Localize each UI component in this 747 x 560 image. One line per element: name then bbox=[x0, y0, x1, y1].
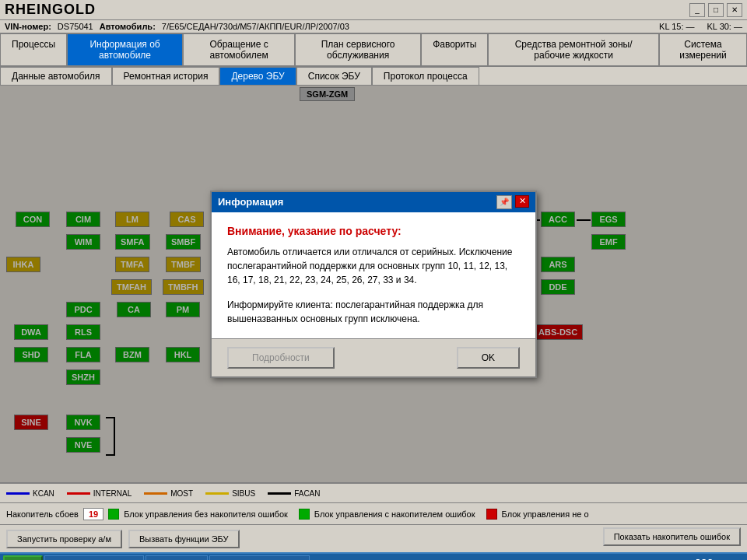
legend-facan: FACAN bbox=[268, 489, 320, 498]
taskbar-item-browser[interactable]: https://www.coca-col... bbox=[44, 555, 143, 560]
nav-tabs: Процессы Информация об автомобиле Обраще… bbox=[0, 33, 747, 67]
dialog-buttons: Подробности OK bbox=[212, 338, 535, 376]
tab-favorites[interactable]: Фавориты bbox=[421, 33, 488, 65]
top-bar: RHEINGOLD _ □ ✕ bbox=[0, 0, 747, 20]
facan-line bbox=[268, 492, 291, 495]
vin-label: VIN-номер: bbox=[5, 22, 51, 31]
taskbar-item-bitmap[interactable]: Точечный рисунок2.... bbox=[209, 555, 310, 560]
most-line bbox=[144, 492, 167, 495]
sub-tab-ecu-tree[interactable]: Дерево ЭБУ bbox=[219, 67, 296, 85]
legend-most: MOST bbox=[144, 489, 193, 498]
kl-status: KL 15: — KL 30: — bbox=[659, 22, 742, 31]
sub-tab-process-log[interactable]: Протокол процесса bbox=[372, 67, 479, 85]
car-model: 7/E65/СЕДАН/730d/M57/АКПП/EUR/ЛР/2007/03 bbox=[162, 22, 349, 31]
check-button[interactable]: Запустить проверку а/м bbox=[6, 530, 122, 548]
sub-tab-car-data[interactable]: Данные автомобиля bbox=[0, 67, 112, 85]
no-error-icon bbox=[108, 509, 119, 520]
dialog-pin-button[interactable]: 📌 bbox=[496, 195, 512, 209]
tab-repair-zone[interactable]: Средства ремонтной зоны/ рабочие жидкост… bbox=[488, 33, 659, 65]
sub-tabs: Данные автомобиля Ремонтная история Дере… bbox=[0, 67, 747, 86]
with-error-label: Блок управления с накопителем ошибок bbox=[314, 509, 475, 519]
minimize-button[interactable]: _ bbox=[689, 3, 705, 17]
bottom-buttons: Запустить проверку а/м Вызвать функции Э… bbox=[0, 524, 747, 552]
dialog-title: Информация bbox=[218, 196, 283, 208]
app-logo: RHEINGOLD bbox=[5, 2, 96, 18]
with-error-icon bbox=[299, 509, 310, 520]
warning-text-1: Автомобиль отличается или отличался от с… bbox=[227, 245, 520, 287]
maximize-button[interactable]: □ bbox=[708, 3, 724, 17]
sibus-label: SIBUS bbox=[232, 489, 255, 498]
bottom-legend: KCAN INTERNAL MOST SIBUS FACAN bbox=[0, 482, 747, 502]
status-bar: Накопитель сбоев 19 Блок управления без … bbox=[0, 502, 747, 524]
tab-measurements[interactable]: Система измерений bbox=[659, 33, 747, 65]
no-conn-icon bbox=[486, 509, 497, 520]
taskbar-item-ista[interactable]: ISTA bbox=[146, 555, 208, 560]
show-errors-button[interactable]: Показать накопитель ошибок bbox=[603, 527, 741, 546]
functions-button[interactable]: Вызвать функции ЭБУ bbox=[128, 530, 240, 548]
top-controls: _ □ ✕ bbox=[689, 3, 742, 17]
legend-internal: INTERNAL bbox=[67, 489, 132, 498]
tab-request[interactable]: Обращение с автомобилем bbox=[183, 33, 295, 65]
info-dialog: Информация 📌 ✕ Внимание, указание по рас… bbox=[210, 191, 537, 378]
vin-number: DS75041 bbox=[58, 22, 93, 31]
kcan-label: KCAN bbox=[33, 489, 54, 498]
no-error-label: Блок управления без накопителя ошибок bbox=[124, 509, 288, 519]
tab-processes[interactable]: Процессы bbox=[0, 33, 67, 65]
warning-title: Внимание, указание по расчету: bbox=[227, 225, 520, 237]
dialog-title-bar: Информация 📌 ✕ bbox=[212, 192, 535, 212]
ok-button[interactable]: OK bbox=[457, 347, 520, 369]
close-button[interactable]: ✕ bbox=[727, 3, 742, 17]
start-button[interactable]: Start bbox=[3, 555, 43, 560]
tab-service-plan[interactable]: План сервисного обслуживания bbox=[295, 33, 421, 65]
details-button[interactable]: Подробности bbox=[227, 347, 335, 369]
most-label: MOST bbox=[170, 489, 193, 498]
dialog-close-button[interactable]: ✕ bbox=[515, 195, 529, 208]
sibus-line bbox=[205, 492, 229, 495]
vin-bar: VIN-номер: DS75041 Автомобиль: 7/E65/СЕД… bbox=[0, 20, 747, 33]
dialog-overlay: Информация 📌 ✕ Внимание, указание по рас… bbox=[0, 86, 747, 482]
kl30-label: KL 30: — bbox=[707, 22, 742, 31]
error-count-label: Накопитель сбоев bbox=[6, 509, 79, 519]
dialog-content: Внимание, указание по расчету: Автомобил… bbox=[212, 212, 535, 338]
internal-label: INTERNAL bbox=[93, 489, 132, 498]
no-conn-label: Блок управления не о bbox=[502, 509, 589, 519]
kl15-label: KL 15: — bbox=[659, 22, 694, 31]
internal-line bbox=[67, 492, 90, 495]
sub-tab-ecu-list[interactable]: Список ЭБУ bbox=[296, 67, 372, 85]
main-content: SGM-ZGM CON CIM LM CAS WIM SMFA SMBF IHK… bbox=[0, 86, 747, 482]
sub-tab-repair-history[interactable]: Ремонтная история bbox=[112, 67, 220, 85]
taskbar: Start https://www.coca-col... ISTA Точеч… bbox=[0, 552, 747, 560]
kcan-line bbox=[6, 492, 30, 495]
error-count-value: 19 bbox=[83, 508, 103, 520]
legend-sibus: SIBUS bbox=[205, 489, 255, 498]
car-label: Автомобиль: bbox=[100, 22, 156, 31]
warning-text-2: Информируйте клиента: послегарантийная п… bbox=[227, 298, 520, 326]
tab-car-info[interactable]: Информация об автомобиле bbox=[67, 33, 183, 65]
facan-label: FACAN bbox=[294, 489, 320, 498]
legend-kcan: KCAN bbox=[6, 489, 54, 498]
